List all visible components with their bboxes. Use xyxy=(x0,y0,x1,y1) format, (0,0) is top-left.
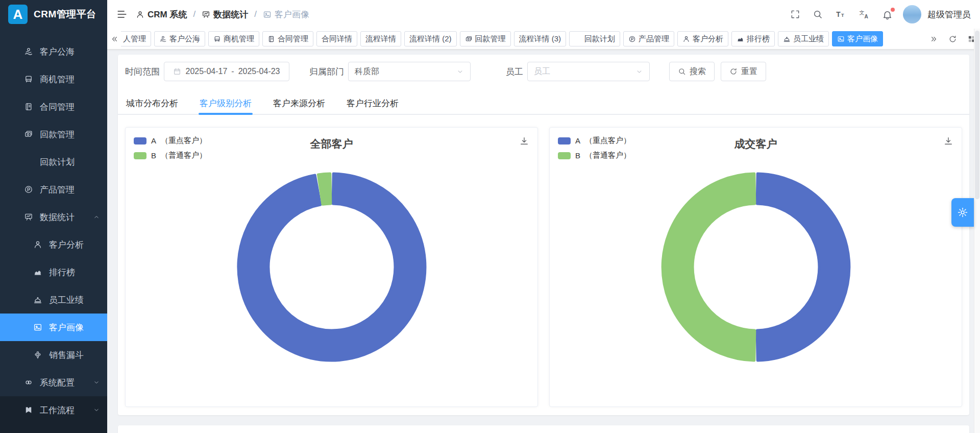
tags-bar-actions xyxy=(929,35,976,43)
header-actions: TT 文A 超级管理员 xyxy=(790,5,971,23)
tab-product[interactable]: 产品管理 xyxy=(623,31,674,46)
sidebar-item-sales-funnel[interactable]: 销售漏斗 xyxy=(0,341,107,369)
font-size-button: TT xyxy=(835,9,846,20)
user-icon xyxy=(682,35,690,43)
contract-icon xyxy=(24,102,33,111)
sidebar-item-product[interactable]: 产品管理 xyxy=(0,176,107,203)
translate-button[interactable]: 文A xyxy=(859,9,870,20)
sidebar-item-customer-portrait[interactable]: 客户画像 xyxy=(0,314,107,341)
department-label: 归属部门 xyxy=(309,66,344,78)
search-button[interactable] xyxy=(813,9,823,19)
chart-panel-all-customers: A （重点客户） B （普通客户） 全部客户 xyxy=(125,127,538,407)
donut-chart xyxy=(126,128,537,406)
vertical-scrollbar[interactable] xyxy=(974,29,980,433)
tab-ren-guanli[interactable]: 人管理 xyxy=(121,31,151,46)
filter-bar: 时间范围 2025-04-17 - 2025-04-23 归属部门 科质部 员工… xyxy=(118,55,969,81)
sidebar-item-payment[interactable]: 回款管理 xyxy=(0,121,107,148)
hamburger-menu-button[interactable] xyxy=(116,9,128,20)
refresh-page-button[interactable] xyxy=(948,35,957,43)
notification-bell-button[interactable] xyxy=(882,9,893,20)
tab-customer-sea[interactable]: 客户公海 xyxy=(154,31,205,46)
donut-chart xyxy=(550,128,962,406)
sidebar-item-customer-sea[interactable]: 客户公海 xyxy=(0,38,107,65)
font-size-button[interactable]: TT xyxy=(835,9,846,20)
analysis-tab-0[interactable]: 城市分布分析 xyxy=(126,93,178,114)
sidebar-item-customer-analysis[interactable]: 客户分析 xyxy=(0,231,107,258)
tab-contract-detail[interactable]: 合同详情 xyxy=(316,31,357,46)
theme-settings-button[interactable] xyxy=(951,198,974,227)
tags-scroll-left-button[interactable] xyxy=(110,35,119,43)
sidebar-item-performance[interactable]: 员工业绩 xyxy=(0,286,107,314)
tab-ranking[interactable]: 排行榜 xyxy=(731,31,775,46)
date-range-input[interactable]: 2025-04-17 - 2025-04-23 xyxy=(164,62,289,81)
sidebar-item-system-config[interactable]: 系统配置 xyxy=(0,369,107,396)
sidebar-item-label: 产品管理 xyxy=(40,184,75,196)
sea-icon xyxy=(159,35,167,43)
tab-label: 客户分析 xyxy=(693,34,723,44)
chevron-down-icon xyxy=(93,406,100,414)
calendar-icon xyxy=(173,67,181,76)
tab-performance[interactable]: 员工业绩 xyxy=(778,31,829,46)
analysis-tab-2[interactable]: 客户来源分析 xyxy=(273,93,325,114)
main-content: 时间范围 2025-04-17 - 2025-04-23 归属部门 科质部 员工… xyxy=(107,50,980,433)
breadcrumb-data-statistics[interactable]: 数据统计 xyxy=(202,9,248,20)
tab-opportunity[interactable]: 商机管理 xyxy=(208,31,259,46)
fullscreen-button[interactable] xyxy=(790,9,800,19)
tab-customer-analysis[interactable]: 客户分析 xyxy=(677,31,728,46)
tab-payment[interactable]: 回款管理 xyxy=(460,31,511,46)
svg-text:T: T xyxy=(836,11,841,18)
svg-text:文: 文 xyxy=(859,10,864,15)
search-button-label: 搜索 xyxy=(690,66,706,77)
sidebar-item-label: 商机管理 xyxy=(40,74,75,85)
user-avatar[interactable] xyxy=(903,5,921,23)
analysis-tab-1[interactable]: 客户级别分析 xyxy=(200,93,252,114)
breadcrumb-crm-system[interactable]: CRM 系统 xyxy=(136,9,187,20)
sidebar-item-label: 合同管理 xyxy=(40,101,75,113)
tab-payment-plan[interactable]: 回款计划 xyxy=(569,31,620,46)
sidebar-item-workflow[interactable]: 工作流程 xyxy=(0,396,107,424)
money-plan-icon xyxy=(574,35,582,43)
tab-flow-detail-3[interactable]: 流程详情 (3) xyxy=(514,31,567,46)
sidebar-item-contract[interactable]: 合同管理 xyxy=(0,93,107,121)
reset-button[interactable]: 重置 xyxy=(721,62,766,81)
search-button[interactable]: 搜索 xyxy=(669,62,715,81)
tags-scroll-right-button[interactable] xyxy=(929,35,938,43)
tags-scroll-right-button xyxy=(929,35,938,43)
chevron-down-icon xyxy=(456,68,464,76)
sidebar-item-payment-plan[interactable]: 回款计划 xyxy=(0,148,107,176)
staff-select[interactable]: 员工 xyxy=(527,62,650,81)
gear-icon xyxy=(957,207,968,218)
app-title: CRM管理平台 xyxy=(34,8,96,21)
tab-label: 客户画像 xyxy=(847,34,878,44)
money-icon xyxy=(465,35,473,43)
sidebar-item-data-statistics[interactable]: 数据统计 xyxy=(0,203,107,231)
refresh-icon xyxy=(729,67,738,76)
analysis-card: 时间范围 2025-04-17 - 2025-04-23 归属部门 科质部 员工… xyxy=(118,55,969,415)
bus-icon xyxy=(213,35,221,43)
donut-slice-B（普通客户）[interactable] xyxy=(663,174,755,360)
sidebar-item-ranking[interactable]: 排行榜 xyxy=(0,258,107,286)
refresh-icon xyxy=(729,67,738,76)
sea-icon xyxy=(24,47,33,56)
chevron-down-icon xyxy=(456,68,464,76)
sidebar-item-opportunity[interactable]: 商机管理 xyxy=(0,65,107,93)
tab-flow-detail-2[interactable]: 流程详情 (2) xyxy=(404,31,457,46)
tab-contract[interactable]: 合同管理 xyxy=(262,31,313,46)
staff-label: 员工 xyxy=(506,66,523,78)
tab-customer-portrait[interactable]: 客户画像 xyxy=(832,31,883,46)
sidebar-item-label: 数据统计 xyxy=(40,211,75,223)
donut-slice-A（重点客户）[interactable] xyxy=(757,174,849,360)
department-select[interactable]: 科质部 xyxy=(348,62,471,81)
svg-text:T: T xyxy=(841,13,844,18)
funnel-icon xyxy=(33,350,42,359)
tab-label: 流程详情 xyxy=(365,34,396,44)
chart-panel-deal-customers: A （重点客户） B （普通客户） 成交客户 xyxy=(549,127,962,407)
analysis-tab-3[interactable]: 客户行业分析 xyxy=(347,93,399,114)
sidebar-item-label: 客户分析 xyxy=(49,239,84,251)
scrollbar-thumb[interactable] xyxy=(975,31,979,199)
tab-flow-detail[interactable]: 流程详情 xyxy=(360,31,401,46)
search-icon xyxy=(678,67,686,76)
dome-icon xyxy=(783,35,791,43)
app-logo[interactable]: A CRM管理平台 xyxy=(0,0,107,29)
product-icon xyxy=(628,35,636,43)
